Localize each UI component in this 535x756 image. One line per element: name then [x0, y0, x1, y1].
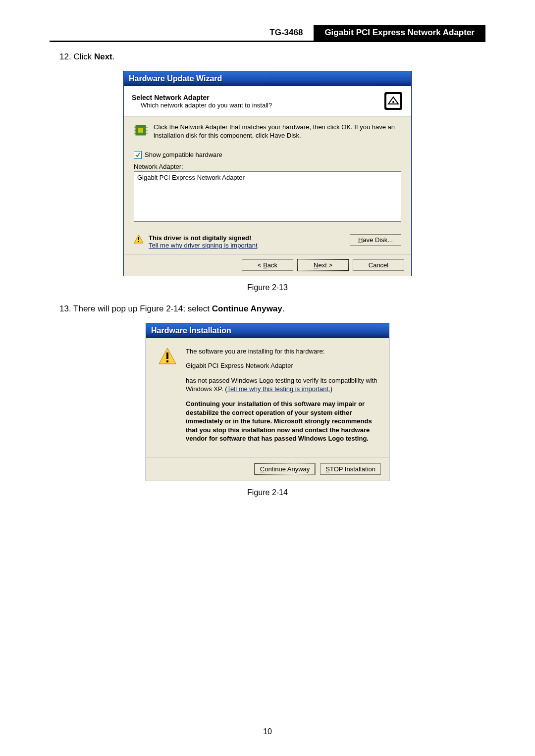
- text-line-2: Gigabit PCI Express Network Adapter: [186, 361, 379, 370]
- product-title: Gigabit PCI Express Network Adapter: [314, 25, 485, 41]
- dialog-heading-block: Select Network Adapter Which network ada…: [132, 94, 272, 109]
- figure-2-13-caption: Figure 2-13: [50, 283, 485, 292]
- dialog-footer: Continue Anyway STOP Installation: [146, 457, 389, 481]
- info-row: Click the Network Adapter that matches y…: [134, 123, 401, 140]
- warning-icon: [158, 347, 177, 366]
- checkbox-icon[interactable]: [134, 151, 142, 159]
- network-adapter-listbox[interactable]: Gigabit PCI Express Network Adapter: [134, 171, 401, 222]
- step-text: There will pop up Figure 2-14; select: [73, 304, 212, 313]
- page-number: 10: [0, 727, 535, 736]
- svg-point-2: [392, 101, 394, 103]
- show-compatible-checkbox-row[interactable]: Show compatible hardware: [134, 151, 401, 159]
- warning-title: This driver is not digitally signed!: [149, 234, 258, 242]
- list-label: Network Adapter:: [134, 163, 401, 170]
- step-bold: Next: [94, 52, 112, 61]
- dialog-text: The software you are installing for this…: [186, 347, 379, 449]
- svg-rect-12: [138, 241, 139, 242]
- warning-left: This driver is not digitally signed! Tel…: [134, 234, 258, 249]
- step-suffix: .: [112, 52, 115, 61]
- dialog-titlebar[interactable]: Hardware Installation: [146, 323, 389, 338]
- svg-rect-14: [166, 360, 168, 362]
- svg-rect-11: [138, 237, 139, 240]
- document-page: TG-3468 Gigabit PCI Express Network Adap…: [0, 0, 535, 756]
- hardware-installation-dialog: Hardware Installation The software you a…: [146, 323, 389, 481]
- svg-rect-4: [138, 128, 143, 133]
- hardware-update-wizard-dialog: Hardware Update Wizard Select Network Ad…: [123, 71, 412, 276]
- text-line-3: has not passed Windows Logo testing to v…: [186, 376, 379, 394]
- next-button[interactable]: Next >: [297, 259, 349, 271]
- dialog-subheading: Which network adapter do you want to ins…: [141, 101, 272, 109]
- step-number: 13.: [59, 304, 71, 313]
- compat-text-b: ): [330, 385, 332, 393]
- step-12-text: 12. Click Next.: [59, 52, 485, 62]
- warning-paragraph: Continuing your installation of this sof…: [186, 400, 379, 443]
- warning-icon: [134, 234, 144, 244]
- step-13-text: 13. There will pop up Figure 2-14; selec…: [59, 304, 485, 314]
- dialog-header-area: Select Network Adapter Which network ada…: [124, 86, 411, 116]
- warning-text-block: This driver is not digitally signed! Tel…: [149, 234, 258, 249]
- step-suffix: .: [282, 304, 285, 313]
- dialog-footer: < Back Next > Cancel: [124, 254, 411, 276]
- chip-icon: [134, 123, 148, 137]
- product-model: TG-3468: [259, 25, 314, 41]
- have-disk-button[interactable]: Have Disk...: [350, 234, 401, 246]
- step-text: Click: [73, 52, 94, 61]
- page-header: TG-3468 Gigabit PCI Express Network Adap…: [50, 25, 485, 42]
- info-text: Click the Network Adapter that matches y…: [154, 123, 401, 140]
- signing-warning-row: This driver is not digitally signed! Tel…: [134, 229, 401, 249]
- list-item[interactable]: Gigabit PCI Express Network Adapter: [137, 174, 398, 181]
- svg-rect-13: [166, 353, 168, 359]
- testing-important-link[interactable]: Tell me why this testing is important.: [227, 385, 330, 393]
- continue-anyway-button[interactable]: Continue Anyway: [255, 463, 315, 475]
- step-number: 12.: [59, 52, 71, 61]
- figure-2-14-caption: Figure 2-14: [50, 488, 485, 497]
- dialog-heading: Select Network Adapter: [132, 94, 272, 101]
- dialog-body: Click the Network Adapter that matches y…: [124, 116, 411, 254]
- dialog-body: The software you are installing for this…: [146, 338, 389, 457]
- back-button[interactable]: < Back: [242, 259, 293, 271]
- dialog-titlebar[interactable]: Hardware Update Wizard: [124, 71, 411, 86]
- checkbox-label: Show compatible hardware: [145, 151, 222, 158]
- text-line-1: The software you are installing for this…: [186, 347, 379, 356]
- driver-signing-link[interactable]: Tell me why driver signing is important: [149, 242, 258, 249]
- step-bold: Continue Anyway: [212, 304, 282, 313]
- network-adapter-icon: [383, 91, 403, 111]
- cancel-button[interactable]: Cancel: [353, 259, 404, 271]
- stop-installation-button[interactable]: STOP Installation: [320, 463, 381, 475]
